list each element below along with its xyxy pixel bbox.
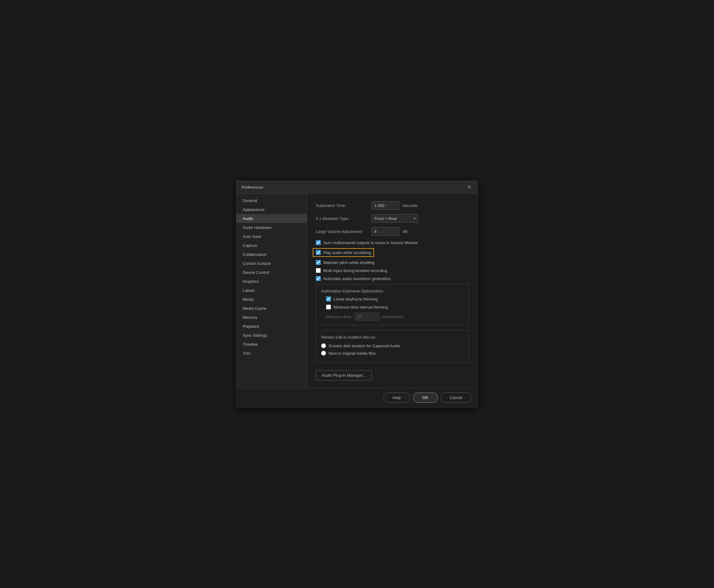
- keyframe-row-linear-thinning: Linear keyframe thinning: [326, 296, 463, 301]
- sidebar-item-collaboration[interactable]: Collaboration: [237, 250, 307, 259]
- close-button[interactable]: ✕: [466, 184, 473, 190]
- main-content: Automatch Time: seconds 5.1 Mixdown Type…: [307, 194, 477, 388]
- render-section: Render Edit in Audition files to: Scratc…: [316, 330, 469, 363]
- sidebar-item-appearance[interactable]: Appearance: [237, 205, 307, 214]
- sidebar-item-audio[interactable]: Audio: [237, 214, 307, 223]
- checkbox-row-play-audio: Play audio while scrubbing: [313, 248, 374, 257]
- keyframe-checkbox-min-interval[interactable]: [326, 304, 331, 310]
- sidebar-item-general[interactable]: General: [237, 196, 307, 205]
- plugin-manager-button[interactable]: Audio Plug-In Manager...: [316, 370, 372, 380]
- checkbox-row-sum-multi: Sum multichannel outputs to mono in Sour…: [316, 240, 469, 245]
- radio-label-next-to-original: Next to original media files: [328, 351, 375, 356]
- checkbox-label-auto-waveform: Automatic audio waveform generation: [323, 276, 391, 281]
- sidebar-item-media-cache[interactable]: Media Cache: [237, 304, 307, 313]
- checkbox-label-sum-multi: Sum multichannel outputs to mono in Sour…: [323, 240, 418, 245]
- sidebar-item-playback[interactable]: Playback: [237, 322, 307, 331]
- footer: Help OK Cancel: [237, 388, 477, 407]
- checkbox-label-play-audio: Play audio while scrubbing: [323, 250, 371, 255]
- checkbox-sum-multi[interactable]: [316, 240, 321, 245]
- sidebar: GeneralAppearanceAudioAudio HardwareAuto…: [237, 194, 307, 388]
- sidebar-item-memory[interactable]: Memory: [237, 313, 307, 322]
- render-title: Render Edit in Audition files to:: [321, 335, 463, 339]
- sidebar-item-labels[interactable]: Labels: [237, 286, 307, 295]
- mixdown-label: 5.1 Mixdown Type:: [316, 216, 368, 221]
- keyframe-checkbox-linear-thinning[interactable]: [326, 296, 331, 301]
- checkbox-label-maintain-pitch: Maintain pitch while shuttling: [323, 260, 374, 265]
- radio-row-scratch-disk: Scratch disk location for Captured Audio: [321, 343, 463, 348]
- radio-label-scratch-disk: Scratch disk location for Captured Audio: [328, 343, 400, 348]
- keyframe-title: Automation Keyframe Optimization: [321, 289, 463, 293]
- checkbox-auto-waveform[interactable]: [316, 276, 321, 281]
- min-time-row: Minimum time: milliseconds: [326, 313, 463, 321]
- checkbox-maintain-pitch[interactable]: [316, 260, 321, 265]
- sidebar-item-timeline[interactable]: Timeline: [237, 340, 307, 349]
- checkbox-play-audio[interactable]: [316, 250, 321, 255]
- keyframe-label-min-interval: Minimum time interval thinning: [333, 305, 388, 310]
- automatch-row: Automatch Time: seconds: [316, 201, 469, 210]
- sidebar-item-trim[interactable]: Trim: [237, 349, 307, 358]
- keyframe-row-min-interval: Minimum time interval thinning: [326, 304, 463, 310]
- sidebar-item-sync-settings[interactable]: Sync Settings: [237, 331, 307, 340]
- mixdown-dropdown[interactable]: Front + RearFrontRearLFEFront + LFE: [371, 214, 418, 223]
- radio-next-to-original[interactable]: [321, 351, 326, 356]
- mixdown-row: 5.1 Mixdown Type: Front + RearFrontRearL…: [316, 214, 469, 223]
- sidebar-item-audio-hardware[interactable]: Audio Hardware: [237, 223, 307, 232]
- automatch-input[interactable]: [371, 201, 399, 210]
- checkbox-row-auto-waveform: Automatic audio waveform generation: [316, 276, 469, 281]
- radio-items: Scratch disk location for Captured Audio…: [321, 343, 463, 356]
- min-time-unit: milliseconds: [382, 314, 404, 319]
- sidebar-item-auto-save[interactable]: Auto Save: [237, 232, 307, 241]
- volume-input[interactable]: [371, 227, 399, 236]
- volume-label: Large Volume Adjustment:: [316, 229, 368, 234]
- dialog-title: Preferences: [241, 185, 263, 190]
- checkbox-label-mute-input: Mute input during timeline recording: [323, 268, 387, 273]
- sidebar-item-graphics[interactable]: Graphics: [237, 277, 307, 286]
- cancel-button[interactable]: Cancel: [441, 393, 471, 403]
- radio-row-next-to-original: Next to original media files: [321, 351, 463, 356]
- checkboxes-container: Sum multichannel outputs to mono in Sour…: [316, 240, 469, 281]
- sidebar-item-control-surface[interactable]: Control Surface: [237, 259, 307, 268]
- preferences-dialog: Preferences ✕ GeneralAppearanceAudioAudi…: [236, 181, 478, 407]
- automatch-unit: seconds: [403, 203, 417, 208]
- volume-unit: dB: [403, 229, 408, 234]
- min-time-label: Minimum time:: [326, 314, 352, 319]
- checkbox-row-maintain-pitch: Maintain pitch while shuttling: [316, 260, 469, 265]
- title-bar: Preferences ✕: [237, 181, 477, 194]
- keyframe-section: Automation Keyframe Optimization Linear …: [316, 284, 469, 325]
- sidebar-item-media[interactable]: Media: [237, 295, 307, 304]
- min-time-input[interactable]: [355, 313, 380, 321]
- radio-scratch-disk[interactable]: [321, 343, 326, 348]
- keyframe-items: Linear keyframe thinningMinimum time int…: [321, 296, 463, 310]
- checkbox-mute-input[interactable]: [316, 268, 321, 273]
- keyframe-label-linear-thinning: Linear keyframe thinning: [333, 297, 377, 301]
- checkbox-row-mute-input: Mute input during timeline recording: [316, 268, 469, 273]
- content-area: GeneralAppearanceAudioAudio HardwareAuto…: [237, 194, 477, 388]
- ok-button[interactable]: OK: [413, 393, 438, 403]
- sidebar-item-capture[interactable]: Capture: [237, 241, 307, 250]
- volume-row: Large Volume Adjustment: dB: [316, 227, 469, 236]
- automatch-label: Automatch Time:: [316, 203, 368, 208]
- sidebar-item-device-control[interactable]: Device Control: [237, 268, 307, 277]
- help-button[interactable]: Help: [384, 393, 410, 403]
- mixdown-dropdown-wrapper: Front + RearFrontRearLFEFront + LFE: [371, 214, 418, 223]
